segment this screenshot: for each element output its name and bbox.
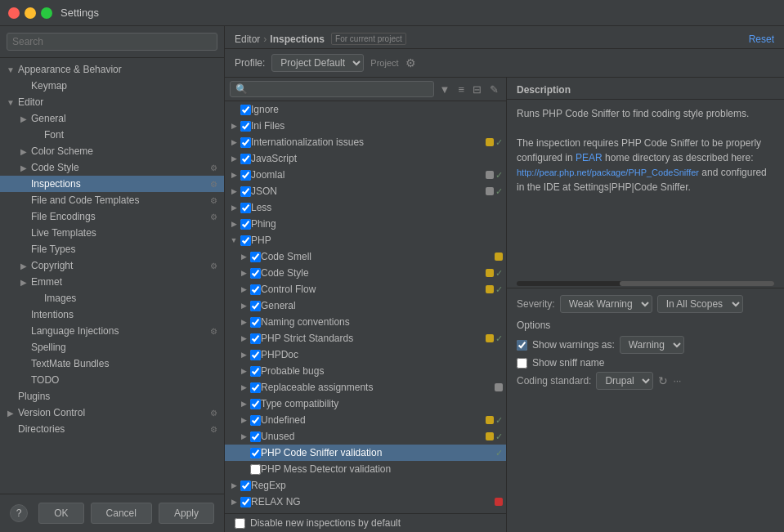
sidebar-search-input[interactable] bbox=[7, 33, 217, 51]
insp-item-phpdoc[interactable]: ▶ PHPDoc bbox=[225, 346, 506, 363]
insp-checkbox[interactable] bbox=[250, 252, 261, 262]
insp-checkbox[interactable] bbox=[250, 301, 261, 311]
close-button[interactable] bbox=[8, 7, 20, 19]
warning-select[interactable]: Warning bbox=[620, 336, 684, 354]
insp-item-naming[interactable]: ▶ Naming conventions bbox=[225, 314, 506, 330]
sidebar-item-directories[interactable]: Directories ⚙ bbox=[0, 421, 224, 437]
insp-checkbox[interactable] bbox=[250, 284, 261, 295]
inspections-search-input[interactable] bbox=[230, 81, 434, 97]
help-button[interactable]: ? bbox=[10, 504, 28, 522]
cancel-button[interactable]: Cancel bbox=[91, 503, 152, 524]
insp-checkbox[interactable] bbox=[240, 497, 251, 507]
more-button[interactable]: ··· bbox=[673, 375, 681, 387]
sidebar-item-todo[interactable]: TODO bbox=[0, 372, 224, 388]
insp-item-type-compat[interactable]: ▶ Type compatibility bbox=[225, 396, 506, 412]
sidebar-item-general[interactable]: ▶ General bbox=[0, 110, 224, 127]
insp-checkbox[interactable] bbox=[250, 366, 261, 377]
insp-checkbox[interactable] bbox=[240, 170, 251, 181]
sidebar-item-plugins[interactable]: Plugins bbox=[0, 388, 224, 405]
ok-button[interactable]: OK bbox=[38, 503, 83, 524]
pear-link[interactable]: PEAR bbox=[576, 152, 603, 163]
reset-link[interactable]: Reset bbox=[749, 34, 774, 45]
insp-item-relax-ng[interactable]: ▶ RELAX NG bbox=[225, 494, 506, 510]
insp-item-php-code-sniffer[interactable]: PHP Code Sniffer validation ✓ bbox=[225, 445, 506, 461]
insp-checkbox[interactable] bbox=[250, 464, 261, 475]
sidebar-item-font[interactable]: Font bbox=[0, 127, 224, 143]
sidebar-item-live-templates[interactable]: Live Templates bbox=[0, 225, 224, 241]
insp-item-php[interactable]: ▼ PHP bbox=[225, 232, 506, 248]
insp-item-javascript[interactable]: ▶ JavaScript bbox=[225, 150, 506, 167]
sidebar-item-appearance[interactable]: ▼ Appearance & Behavior bbox=[0, 61, 224, 78]
show-warnings-checkbox[interactable] bbox=[517, 340, 527, 351]
insp-item-php-mess-detector[interactable]: PHP Mess Detector validation bbox=[225, 461, 506, 477]
insp-item-ignore[interactable]: Ignore bbox=[225, 101, 506, 118]
insp-item-regexp[interactable]: ▶ RegExp bbox=[225, 477, 506, 494]
insp-checkbox[interactable] bbox=[250, 448, 261, 458]
insp-item-php-strict[interactable]: ▶ PHP Strict Standards ✓ bbox=[225, 330, 506, 346]
insp-item-control-flow[interactable]: ▶ Control Flow ✓ bbox=[225, 281, 506, 297]
sidebar-item-file-code-templates[interactable]: File and Code Templates ⚙ bbox=[0, 192, 224, 208]
expand-all-button[interactable]: ≡ bbox=[455, 82, 467, 97]
severity-select[interactable]: Weak Warning bbox=[560, 295, 652, 313]
insp-item-json[interactable]: ▶ JSON ✓ bbox=[225, 183, 506, 199]
disable-new-inspections-checkbox[interactable] bbox=[235, 518, 245, 529]
collapse-all-button[interactable]: ⊟ bbox=[470, 82, 484, 97]
sidebar-item-keymap[interactable]: Keymap bbox=[0, 78, 224, 94]
insp-checkbox[interactable] bbox=[240, 154, 251, 164]
insp-checkbox[interactable] bbox=[240, 105, 251, 115]
insp-item-unused[interactable]: ▶ Unused ✓ bbox=[225, 428, 506, 445]
insp-checkbox[interactable] bbox=[250, 431, 261, 442]
insp-checkbox[interactable] bbox=[250, 350, 261, 360]
settings-button[interactable]: ✎ bbox=[487, 82, 501, 97]
insp-item-code-style-php[interactable]: ▶ Code Style ✓ bbox=[225, 265, 506, 281]
apply-button[interactable]: Apply bbox=[159, 503, 214, 524]
show-sniff-checkbox[interactable] bbox=[517, 358, 527, 369]
insp-checkbox[interactable] bbox=[240, 137, 251, 148]
insp-checkbox[interactable] bbox=[240, 481, 251, 491]
sidebar-item-color-scheme[interactable]: ▶ Color Scheme bbox=[0, 143, 224, 159]
insp-item-replaceable[interactable]: ▶ Replaceable assignments bbox=[225, 379, 506, 396]
insp-checkbox[interactable] bbox=[250, 333, 261, 344]
sidebar-item-editor[interactable]: ▼ Editor bbox=[0, 94, 224, 110]
insp-checkbox[interactable] bbox=[240, 235, 251, 246]
insp-checkbox[interactable] bbox=[250, 317, 261, 328]
insp-checkbox[interactable] bbox=[240, 219, 251, 230]
insp-checkbox[interactable] bbox=[250, 268, 261, 279]
sidebar-item-code-style[interactable]: ▶ Code Style ⚙ bbox=[0, 159, 224, 176]
insp-item-internationalization[interactable]: ▶ Internationalization issues ✓ bbox=[225, 134, 506, 150]
sidebar-item-spelling[interactable]: Spelling bbox=[0, 339, 224, 355]
insp-item-probable-bugs[interactable]: ▶ Probable bugs bbox=[225, 363, 506, 379]
insp-item-general-php[interactable]: ▶ General bbox=[225, 297, 506, 314]
scope-select[interactable]: In All Scopes bbox=[657, 295, 743, 313]
insp-checkbox[interactable] bbox=[240, 186, 251, 197]
insp-item-ini-files[interactable]: ▶ Ini Files bbox=[225, 118, 506, 134]
sidebar-item-version-control[interactable]: ▶ Version Control ⚙ bbox=[0, 405, 224, 421]
insp-item-code-smell[interactable]: ▶ Code Smell bbox=[225, 248, 506, 265]
sidebar-item-copyright[interactable]: ▶ Copyright ⚙ bbox=[0, 257, 224, 274]
insp-checkbox[interactable] bbox=[250, 399, 261, 409]
sidebar-item-images[interactable]: Images bbox=[0, 290, 224, 306]
insp-checkbox[interactable] bbox=[240, 203, 251, 213]
insp-item-joomlal[interactable]: ▶ Joomlal ✓ bbox=[225, 167, 506, 183]
sidebar-item-emmet[interactable]: ▶ Emmet bbox=[0, 274, 224, 290]
insp-item-less[interactable]: ▶ Less bbox=[225, 199, 506, 216]
insp-item-undefined[interactable]: ▶ Undefined ✓ bbox=[225, 412, 506, 428]
sidebar-item-intentions[interactable]: Intentions bbox=[0, 306, 224, 323]
gear-icon[interactable]: ⚙ bbox=[405, 56, 416, 69]
sidebar-item-file-encodings[interactable]: File Encodings ⚙ bbox=[0, 208, 224, 225]
sidebar-item-textmate[interactable]: TextMate Bundles bbox=[0, 355, 224, 372]
coding-standard-select[interactable]: Drupal bbox=[596, 372, 653, 390]
insp-checkbox[interactable] bbox=[240, 121, 251, 132]
filter-button[interactable]: ▼ bbox=[437, 82, 453, 97]
insp-item-phing[interactable]: ▶ Phing bbox=[225, 216, 506, 232]
profile-select[interactable]: Project Default bbox=[271, 54, 364, 72]
sidebar-item-file-types[interactable]: File Types bbox=[0, 241, 224, 257]
insp-checkbox[interactable] bbox=[250, 382, 261, 393]
maximize-button[interactable] bbox=[41, 7, 52, 19]
sidebar-item-language-injections[interactable]: Language Injections ⚙ bbox=[0, 323, 224, 339]
pear-url-link[interactable]: http://pear.php.net/package/PHP_CodeSnif… bbox=[517, 168, 699, 177]
minimize-button[interactable] bbox=[25, 7, 36, 19]
refresh-button[interactable]: ↻ bbox=[658, 374, 668, 387]
sidebar-item-inspections[interactable]: Inspections ⚙ bbox=[0, 176, 224, 192]
insp-checkbox[interactable] bbox=[250, 415, 261, 426]
